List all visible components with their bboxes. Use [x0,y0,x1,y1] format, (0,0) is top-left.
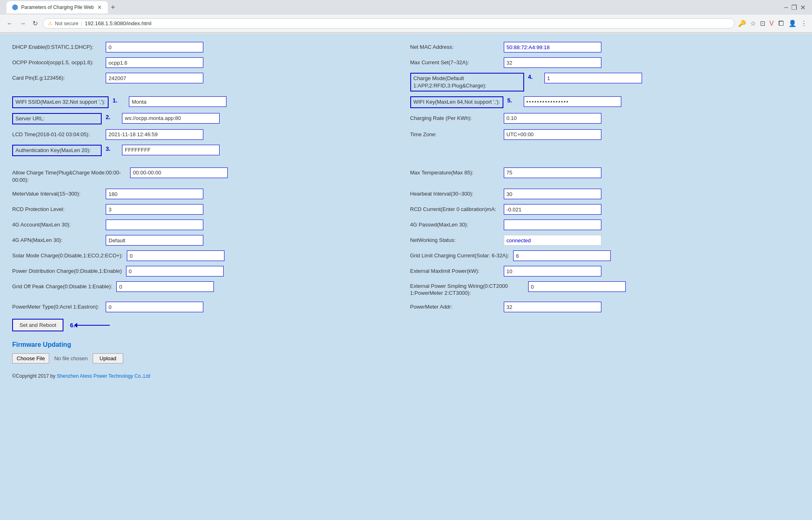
power-dist-input[interactable] [126,266,224,276]
col-allowcharge: Allow Charge Time(Plug&Charge Mode:00:00… [12,168,402,184]
dhcp-input[interactable] [106,42,203,52]
row-gridoff-externalpower: Grid Off Peak Charge(0:Disable 1:Enable)… [12,281,800,297]
passwd-4g-input[interactable] [504,220,601,230]
security-label: Not secure [55,21,78,26]
powermeter-addr-input[interactable] [504,302,601,312]
external-power-input[interactable] [528,281,626,292]
page-content: DHCP Enable(0:STATIC,1:DHCP): Net MAC Ad… [0,34,812,520]
set-reboot-wrap: Set and Reboot 6. [12,319,800,331]
menu-icon[interactable]: ⋮ [801,20,807,27]
row-allowcharge-maxtemp: Allow Charge Time(Plug&Charge Mode:00:00… [12,168,800,184]
charge-mode-input[interactable] [544,73,642,83]
max-temp-input[interactable] [504,168,601,178]
solar-mode-label: Solar Mode Charge(0:Disable,1:ECO,2:ECO+… [12,250,123,259]
dhcp-label: DHCP Enable(0:STATIC,1:DHCP): [12,42,102,51]
row-4gaccount-4gpasswd: 4G Account(MaxLen 30): 4G Passwd(MaxLen … [12,220,800,230]
profile-icon[interactable]: 👤 [788,20,797,27]
spacer1 [12,161,800,168]
col-4gpasswd: 4G Passwd(MaxLen 30): [410,220,800,230]
col-lcdtime: LCD Time(2018-01-02 03:04:05): [12,129,402,140]
charging-rate-input[interactable] [504,113,601,124]
col-externalpower: External Power Smpling Wiring(0:CT2000 1… [410,281,800,297]
col-solarmode: Solar Mode Charge(0:Disable,1:ECO,2:ECO+… [12,250,402,261]
choose-file-button[interactable]: Choose File [12,353,49,363]
grid-limit-input[interactable] [513,250,611,261]
close-button[interactable]: ✕ [800,4,805,11]
lcd-time-input[interactable] [106,129,203,140]
card-pin-input[interactable] [106,73,203,83]
reload-button[interactable]: ↻ [31,18,39,29]
col-cardpin: Card Pin(E.g:123456): [12,73,402,83]
tab-close-button[interactable]: ✕ [97,4,102,11]
annotation-1: 1. [113,96,125,104]
security-icon: ⚠ [48,21,52,26]
heartbeat-label: Hearbeat Interval(30~300): [410,189,500,198]
row-powermetertype-powermeteraddr: PowerMeter Type(0:Acrel 1:Eastron): Powe… [12,302,800,312]
max-current-input[interactable] [504,57,601,68]
new-tab-button[interactable]: + [108,2,119,13]
col-chargemode: Charge Mode(Default 1:APP,2:RFID,3:Plug&… [410,73,800,91]
firmware-section: Firmware Updating Choose File No file ch… [12,341,800,363]
grid-limit-label: Grid Limit Charging Current(Solar: 6-32A… [410,250,509,259]
col-maxcurrent: Max Current Set(7~32A): [410,57,800,68]
server-url-input[interactable] [122,113,220,124]
net-mac-input[interactable] [504,42,601,52]
row-ocpp-maxcurrent: OCPP Protocol(ocpp1.5, ocpp1.6): Max Cur… [12,57,800,68]
external-maxlimit-input[interactable] [504,266,601,276]
window-controls: – ❐ ✕ [784,4,809,11]
wifi-ssid-input[interactable] [129,96,226,107]
copyright-text: ©Copyright 2017 by [12,373,57,379]
grid-off-input[interactable] [116,281,214,292]
solar-mode-input[interactable] [127,250,224,261]
networking-input[interactable] [504,235,601,246]
arrow-head [74,323,77,328]
row-4gapn-networking: 4G APN(MaxLen 30): NetWorking Status: [12,235,800,246]
no-file-text: No file chosen [54,355,87,361]
ocpp-input[interactable] [106,57,203,68]
col-chargingrate: Charging Rate (Per KWh): [410,113,800,124]
rcd-current-label: RCD Current(Enter 0 calibration)mA: [410,204,500,213]
external-power-label: External Power Smpling Wiring(0:CT2000 1… [410,281,524,297]
col-mac: Net MAC Address: [410,42,800,52]
restore-button[interactable]: ❐ [791,4,797,11]
set-reboot-button[interactable]: Set and Reboot [12,319,63,331]
col-dhcp: DHCP Enable(0:STATIC,1:DHCP): [12,42,402,52]
external-maxlimit-label: External Maxlimit Power(kW): [410,266,500,275]
star-icon[interactable]: ☆ [750,20,756,27]
screenshot-icon[interactable]: ⊡ [760,20,765,27]
col-maxtemp: Max Temperature(Max 85): [410,168,800,178]
row-dhcp-mac: DHCP Enable(0:STATIC,1:DHCP): Net MAC Ad… [12,42,800,52]
max-current-label: Max Current Set(7~32A): [410,57,500,66]
back-button[interactable]: ← [5,18,15,29]
upload-button[interactable]: Upload [93,353,123,363]
allow-charge-input[interactable] [130,168,228,178]
col-heartbeat: Hearbeat Interval(30~300): [410,189,800,199]
wifi-key-input[interactable] [524,96,621,107]
meter-value-input[interactable] [106,189,203,199]
time-zone-input[interactable] [504,129,601,140]
key-icon: 🔑 [738,20,746,27]
rcd-protection-input[interactable] [106,204,203,215]
apn-4g-input[interactable] [106,235,203,246]
copyright-link[interactable]: Shenzhen Atess Power Technology Co.,Ltd [57,373,150,379]
arrow-line [77,325,110,326]
powermeter-addr-label: PowerMeter Addr: [410,302,500,311]
minimize-button[interactable]: – [784,4,788,11]
row-rcdprotection-rcdcurrent: RCD Protection Level: RCD Current(Enter … [12,204,800,215]
address-bar[interactable]: ⚠ Not secure | 192.168.1.5:8080/index.ht… [43,18,735,28]
heartbeat-input[interactable] [504,189,601,199]
extensions-icon[interactable]: ⧠ [778,20,784,27]
card-pin-label: Card Pin(E.g:123456): [12,73,102,82]
auth-key-input[interactable] [122,145,220,155]
col-gridlimit: Grid Limit Charging Current(Solar: 6-32A… [410,250,800,261]
browser-frame: Parameters of Charging Pile Web ✕ + – ❐ … [0,0,812,520]
active-tab[interactable]: Parameters of Charging Pile Web ✕ [7,1,108,13]
charging-rate-label: Charging Rate (Per KWh): [410,113,500,122]
rcd-current-input[interactable] [504,204,601,215]
forward-button[interactable]: → [18,18,28,29]
col-rcdcurrent: RCD Current(Enter 0 calibration)mA: [410,204,800,215]
power-meter-type-input[interactable] [106,302,203,312]
account-4g-input[interactable] [106,220,203,230]
server-url-label: Server URL: [12,113,102,124]
vivaldi-icon[interactable]: V [769,20,774,27]
